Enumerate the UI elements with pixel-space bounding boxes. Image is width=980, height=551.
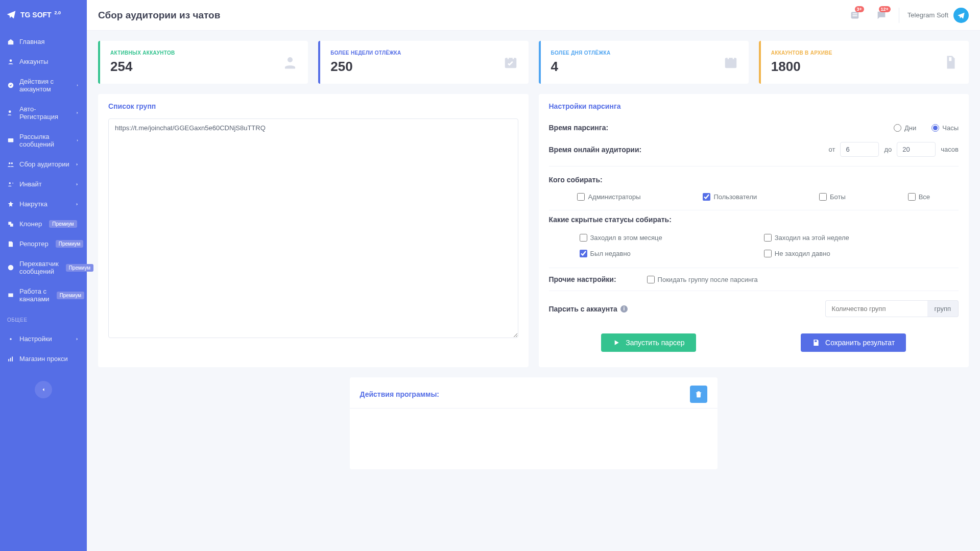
chevron-left-icon xyxy=(40,387,46,393)
other-settings-label: Прочие настройки: xyxy=(549,275,616,283)
settings-panel-title: Настройки парсинга xyxy=(539,94,969,114)
nav-auto-register[interactable]: Авто-Регистрация xyxy=(0,99,87,127)
groups-panel: Список групп https://t.me/joinchat/GGEGa… xyxy=(98,94,529,367)
groups-suffix: групп xyxy=(927,300,959,317)
check-admins[interactable]: Администраторы xyxy=(577,193,640,201)
user-menu[interactable]: Telegram Soft xyxy=(907,8,969,23)
info-icon[interactable]: i xyxy=(620,305,628,313)
user-icon xyxy=(282,55,298,70)
collect-label: Кого собирать: xyxy=(549,171,959,189)
nav-home[interactable]: Главная xyxy=(0,32,87,52)
svg-point-9 xyxy=(8,265,14,271)
nav-accounts[interactable]: Аккаунты xyxy=(0,52,87,71)
avatar xyxy=(953,8,969,23)
stat-active-accounts: АКТИВНЫХ АККАУНТОВ254 xyxy=(98,41,308,84)
save-result-button[interactable]: Сохранить результат xyxy=(801,333,906,352)
groups-textarea[interactable]: https://t.me/joinchat/GGEGaxn5e60CDNjS8u… xyxy=(108,118,518,338)
topbar-news-button[interactable]: 3+ xyxy=(846,6,864,25)
online-time-label: Время онлайн аудитории: xyxy=(549,146,642,154)
svg-rect-13 xyxy=(10,357,11,361)
nav-cloner[interactable]: КлонерПремиум xyxy=(0,214,87,234)
archive-icon xyxy=(943,55,959,70)
user-label: Telegram Soft xyxy=(907,11,948,19)
svg-rect-22 xyxy=(815,340,817,342)
to-input[interactable] xyxy=(897,142,936,157)
topbar: Сбор аудитории из чатов 3+ 12+ Telegram … xyxy=(87,0,980,31)
check-week[interactable]: Заходил на этой неделе xyxy=(764,234,849,242)
groups-count-input[interactable] xyxy=(825,300,927,317)
svg-point-0 xyxy=(10,59,12,62)
program-actions-title: Действия программы: xyxy=(360,390,440,398)
telegram-icon xyxy=(6,9,16,19)
groups-panel-title: Список групп xyxy=(98,94,529,114)
brand-logo[interactable]: TG SOFT 2.0 xyxy=(0,0,87,29)
calendar-icon xyxy=(723,55,738,70)
program-log xyxy=(350,408,718,469)
svg-point-11 xyxy=(10,338,12,340)
check-leave-after[interactable]: Покидать группу после парсинга xyxy=(647,276,758,283)
nav-interceptor[interactable]: Перехватчик сообщений Премиум xyxy=(0,254,87,281)
stat-day-aged: БОЛЕЕ ДНЯ ОТЛЁЖКА4 xyxy=(539,41,749,84)
topbar-separator xyxy=(899,8,899,23)
svg-rect-14 xyxy=(12,356,13,361)
radio-days[interactable]: Дни xyxy=(894,124,916,132)
page-title: Сбор аудитории из чатов xyxy=(98,10,220,21)
svg-rect-20 xyxy=(725,58,737,68)
radio-hours[interactable]: Часы xyxy=(931,124,959,132)
stat-week-aged: БОЛЕЕ НЕДЕЛИ ОТЛЁЖКА250 xyxy=(318,41,528,84)
nav-invite[interactable]: Инвайт xyxy=(0,174,87,194)
parse-from-label: Парсить с аккаунта i xyxy=(549,305,631,313)
stats-row: АКТИВНЫХ АККАУНТОВ254 БОЛЕЕ НЕДЕЛИ ОТЛЁЖ… xyxy=(98,41,969,84)
play-icon xyxy=(612,339,620,347)
nav-channels[interactable]: Работа с каналами Премиум xyxy=(0,281,87,309)
check-recently[interactable]: Был недавно xyxy=(580,250,631,257)
nav-audience[interactable]: Сбор аудитории xyxy=(0,154,87,174)
program-actions-panel: Действия программы: xyxy=(350,377,718,469)
check-longtime[interactable]: Не заходил давно xyxy=(764,250,830,257)
from-input[interactable] xyxy=(840,142,879,157)
svg-point-4 xyxy=(9,162,11,164)
svg-point-2 xyxy=(9,110,11,113)
calendar-check-icon xyxy=(503,55,518,70)
check-all[interactable]: Все xyxy=(908,193,930,201)
nav-settings[interactable]: Настройки xyxy=(0,329,87,349)
chat-badge: 12+ xyxy=(879,6,891,12)
svg-rect-3 xyxy=(8,138,14,142)
svg-point-18 xyxy=(288,57,293,62)
topbar-chat-button[interactable]: 12+ xyxy=(872,6,891,25)
clear-log-button[interactable] xyxy=(690,386,707,403)
trash-icon xyxy=(695,390,703,398)
brand-name: TG SOFT 2.0 xyxy=(20,10,61,19)
check-month[interactable]: Заходил в этом месяце xyxy=(580,234,662,242)
svg-point-6 xyxy=(9,182,11,184)
svg-rect-10 xyxy=(8,294,13,297)
sidebar-collapse-button[interactable] xyxy=(35,381,52,398)
settings-panel: Настройки парсинга Время парсинга: Дни Ч… xyxy=(539,94,969,367)
save-icon xyxy=(812,339,820,347)
nav-proxy-shop[interactable]: Магазин прокси xyxy=(0,349,87,369)
sidebar-nav: Главная Аккаунты Действия с аккаунтом Ав… xyxy=(0,29,87,312)
telegram-icon xyxy=(957,11,965,19)
svg-point-5 xyxy=(11,162,13,164)
nav-boost[interactable]: Накрутка xyxy=(0,194,87,214)
nav-account-actions[interactable]: Действия с аккаунтом xyxy=(0,71,87,99)
news-badge: 3+ xyxy=(855,6,864,12)
check-bots[interactable]: Боты xyxy=(819,193,846,201)
start-parser-button[interactable]: Запустить парсер xyxy=(601,333,696,352)
svg-rect-8 xyxy=(10,223,13,226)
svg-rect-12 xyxy=(8,359,9,362)
nav-section-general: ОБЩЕЕ xyxy=(0,312,87,326)
parse-time-label: Время парсинга: xyxy=(549,124,631,132)
check-users[interactable]: Пользователи xyxy=(703,193,757,201)
hidden-status-label: Какие скрытые статусы собирать: xyxy=(549,210,959,229)
stat-archived: АККАУНТОВ В АРХИВЕ1800 xyxy=(759,41,969,84)
svg-rect-21 xyxy=(949,57,951,61)
svg-rect-16 xyxy=(852,13,857,14)
nav-reporter[interactable]: РепортерПремиум xyxy=(0,234,87,254)
svg-rect-17 xyxy=(852,15,857,16)
sidebar: TG SOFT 2.0 Главная Аккаунты Действия с … xyxy=(0,0,87,551)
nav-messaging[interactable]: Рассылка сообщений xyxy=(0,127,87,154)
